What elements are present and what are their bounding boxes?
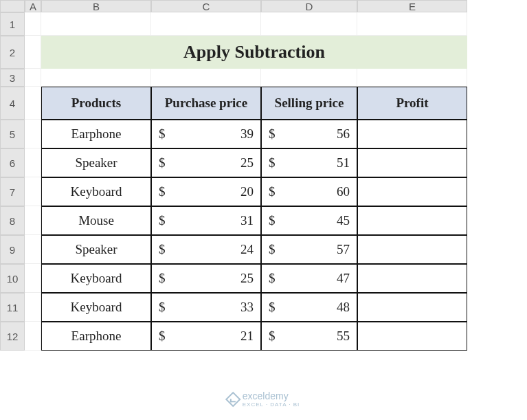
cell-b3[interactable] [41, 69, 151, 87]
currency-symbol: $ [159, 155, 166, 170]
col-header-d[interactable]: D [261, 0, 357, 12]
cell-b1[interactable] [41, 12, 151, 36]
cell-selling[interactable]: $55 [261, 322, 357, 351]
cell-profit[interactable] [357, 322, 467, 351]
cell-selling[interactable]: $60 [261, 177, 357, 206]
row-header-10[interactable]: 10 [0, 264, 25, 293]
select-all-corner[interactable] [0, 0, 25, 12]
cell-product[interactable]: Speaker [41, 235, 151, 264]
cell-value: 25 [240, 155, 254, 170]
cell-product[interactable]: Mouse [41, 206, 151, 235]
header-selling[interactable]: Selling price [261, 87, 357, 120]
row-header-11[interactable]: 11 [0, 293, 25, 322]
cell-value: 60 [337, 184, 350, 199]
cell-value: 47 [337, 271, 350, 286]
watermark-text: exceldemy EXCEL · DATA · BI [243, 390, 300, 408]
cell-a12[interactable] [25, 322, 41, 351]
cell-a9[interactable] [25, 235, 41, 264]
currency-symbol: $ [269, 271, 276, 286]
cell-selling[interactable]: $51 [261, 148, 357, 177]
currency-symbol: $ [269, 213, 276, 228]
cell-profit[interactable] [357, 264, 467, 293]
cell-purchase[interactable]: $24 [151, 235, 261, 264]
row-header-9[interactable]: 9 [0, 235, 25, 264]
cell-product[interactable]: Keyboard [41, 177, 151, 206]
row-header-1[interactable]: 1 [0, 12, 25, 36]
watermark-brand: exceldemy [243, 390, 289, 401]
row-header-3[interactable]: 3 [0, 69, 25, 87]
cell-purchase[interactable]: $21 [151, 322, 261, 351]
cell-value: 33 [240, 300, 254, 315]
cell-product[interactable]: Keyboard [41, 293, 151, 322]
cell-value: 21 [240, 329, 254, 344]
cell-d3[interactable] [261, 69, 357, 87]
title-cell[interactable]: Apply Subtraction [41, 36, 467, 69]
header-purchase[interactable]: Purchase price [151, 87, 261, 120]
cell-value: 51 [337, 155, 350, 170]
currency-symbol: $ [269, 329, 276, 344]
cell-product[interactable]: Earphone [41, 322, 151, 351]
currency-symbol: $ [159, 329, 166, 344]
cell-a3[interactable] [25, 69, 41, 87]
cell-a2[interactable] [25, 36, 41, 69]
cell-selling[interactable]: $57 [261, 235, 357, 264]
cell-selling[interactable]: $56 [261, 120, 357, 148]
cell-purchase[interactable]: $31 [151, 206, 261, 235]
row-header-8[interactable]: 8 [0, 206, 25, 235]
cell-selling[interactable]: $48 [261, 293, 357, 322]
cell-value: 39 [240, 126, 254, 142]
cell-d1[interactable] [261, 12, 357, 36]
currency-symbol: $ [159, 126, 166, 142]
cell-a7[interactable] [25, 177, 41, 206]
col-header-c[interactable]: C [151, 0, 261, 12]
cell-a10[interactable] [25, 264, 41, 293]
row-header-12[interactable]: 12 [0, 322, 25, 351]
cell-profit[interactable] [357, 293, 467, 322]
row-header-2[interactable]: 2 [0, 36, 25, 69]
currency-symbol: $ [269, 126, 276, 142]
cell-profit[interactable] [357, 120, 467, 148]
row-header-6[interactable]: 6 [0, 148, 25, 177]
cell-purchase[interactable]: $20 [151, 177, 261, 206]
cell-a6[interactable] [25, 148, 41, 177]
cell-profit[interactable] [357, 177, 467, 206]
cell-a8[interactable] [25, 206, 41, 235]
cell-selling[interactable]: $45 [261, 206, 357, 235]
row-header-4[interactable]: 4 [0, 87, 25, 120]
cell-e1[interactable] [357, 12, 467, 36]
cell-value: 56 [337, 126, 350, 142]
cell-a4[interactable] [25, 87, 41, 120]
cell-purchase[interactable]: $25 [151, 148, 261, 177]
cell-profit[interactable] [357, 235, 467, 264]
currency-symbol: $ [269, 155, 276, 170]
cell-e3[interactable] [357, 69, 467, 87]
row-header-5[interactable]: 5 [0, 120, 25, 148]
watermark: exceldemy EXCEL · DATA · BI [227, 390, 300, 408]
cell-value: 31 [240, 213, 254, 228]
cell-value: 48 [337, 300, 350, 315]
spreadsheet-grid: A B C D E 1 2 Apply Subtraction 3 4 Prod… [0, 0, 527, 351]
cell-value: 24 [240, 242, 254, 257]
col-header-b[interactable]: B [41, 0, 151, 12]
cell-selling[interactable]: $47 [261, 264, 357, 293]
cell-c3[interactable] [151, 69, 261, 87]
col-header-a[interactable]: A [25, 0, 41, 12]
currency-symbol: $ [159, 300, 166, 315]
col-header-e[interactable]: E [357, 0, 467, 12]
cell-c1[interactable] [151, 12, 261, 36]
cell-product[interactable]: Speaker [41, 148, 151, 177]
cell-purchase[interactable]: $25 [151, 264, 261, 293]
cell-product[interactable]: Earphone [41, 120, 151, 148]
row-header-7[interactable]: 7 [0, 177, 25, 206]
header-products[interactable]: Products [41, 87, 151, 120]
cell-purchase[interactable]: $33 [151, 293, 261, 322]
cell-profit[interactable] [357, 206, 467, 235]
cell-profit[interactable] [357, 148, 467, 177]
header-profit[interactable]: Profit [357, 87, 467, 120]
cell-a1[interactable] [25, 12, 41, 36]
cell-product[interactable]: Keyboard [41, 264, 151, 293]
cell-purchase[interactable]: $39 [151, 120, 261, 148]
currency-symbol: $ [269, 242, 276, 257]
cell-a11[interactable] [25, 293, 41, 322]
cell-a5[interactable] [25, 120, 41, 148]
